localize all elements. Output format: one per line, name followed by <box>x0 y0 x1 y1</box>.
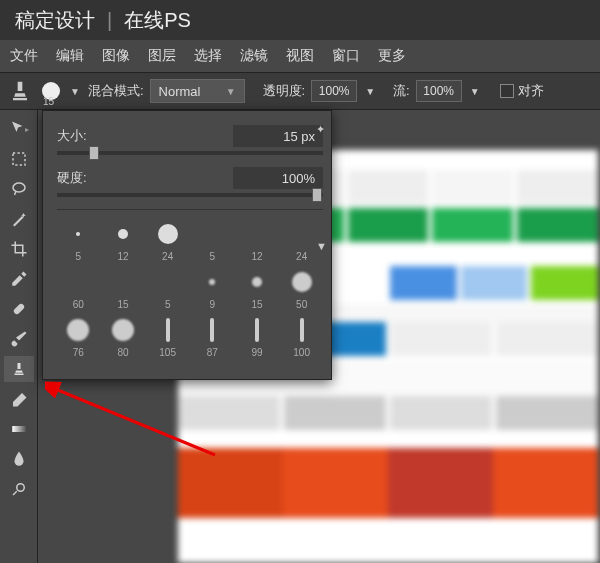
title-bar: 稿定设计 | 在线PS <box>0 0 600 40</box>
brush-preset-item[interactable]: 60 <box>57 264 100 310</box>
menu-select[interactable]: 选择 <box>194 47 222 65</box>
brush-preset-item[interactable]: 87 <box>191 312 234 358</box>
brush-preset-item[interactable]: 105 <box>146 312 189 358</box>
menu-file[interactable]: 文件 <box>10 47 38 65</box>
brush-size-slider[interactable] <box>57 151 323 155</box>
blend-mode-dropdown[interactable]: Normal ▼ <box>150 79 245 103</box>
toolbox: ▸ <box>0 110 38 563</box>
align-checkbox[interactable] <box>500 84 514 98</box>
brush-preset-item[interactable]: 15 <box>102 264 145 310</box>
brush-tool-icon[interactable] <box>4 326 34 352</box>
title-separator: | <box>107 9 112 32</box>
eraser-tool-icon[interactable] <box>4 386 34 412</box>
menu-image[interactable]: 图像 <box>102 47 130 65</box>
menu-layer[interactable]: 图层 <box>148 47 176 65</box>
svg-point-1 <box>13 183 25 192</box>
brush-preset-item[interactable]: 12 <box>102 216 145 262</box>
brush-size-label: 大小: <box>57 127 233 145</box>
options-bar: 15 ▼ 混合模式: Normal ▼ 透明度: 100% ▼ 流: 100% … <box>0 72 600 110</box>
healing-tool-icon[interactable] <box>4 296 34 322</box>
brush-hardness-input[interactable]: 100% <box>233 167 323 189</box>
svg-rect-0 <box>13 153 25 165</box>
brush-preset-item[interactable]: 12 <box>236 216 279 262</box>
menu-edit[interactable]: 编辑 <box>56 47 84 65</box>
gradient-tool-icon[interactable] <box>4 416 34 442</box>
brush-preset-item[interactable]: 100 <box>280 312 323 358</box>
dropdown-triangle-icon[interactable]: ▼ <box>470 86 480 97</box>
align-label: 对齐 <box>518 82 544 100</box>
blur-tool-icon[interactable] <box>4 446 34 472</box>
flow-input[interactable]: 100% <box>416 80 462 102</box>
opacity-input[interactable]: 100% <box>311 80 357 102</box>
move-tool-icon[interactable]: ▸ <box>4 116 34 142</box>
blend-mode-value: Normal <box>159 84 201 99</box>
dodge-tool-icon[interactable] <box>4 476 34 502</box>
menu-more[interactable]: 更多 <box>378 47 406 65</box>
menu-window[interactable]: 窗口 <box>332 47 360 65</box>
lasso-tool-icon[interactable] <box>4 176 34 202</box>
dropdown-triangle-icon: ▼ <box>70 86 80 97</box>
product-name: 在线PS <box>124 7 191 34</box>
crop-tool-icon[interactable] <box>4 236 34 262</box>
brush-preset-item[interactable]: 50 <box>280 264 323 310</box>
brush-hardness-slider[interactable] <box>57 193 323 197</box>
eyedropper-tool-icon[interactable] <box>4 266 34 292</box>
dropdown-triangle-icon[interactable]: ▼ <box>365 86 375 97</box>
wand-tool-icon[interactable] <box>4 206 34 232</box>
menu-filter[interactable]: 滤镜 <box>240 47 268 65</box>
brush-preset-panel: ✦ ▼ 大小: 15 px 硬度: 100% 51224512246015591… <box>42 110 332 380</box>
brush-preset-item[interactable]: 15 <box>236 264 279 310</box>
opacity-label: 透明度: <box>263 82 306 100</box>
panel-settings-icon[interactable]: ✦ <box>316 123 327 136</box>
brush-preset-item[interactable]: 9 <box>191 264 234 310</box>
blend-mode-label: 混合模式: <box>88 82 144 100</box>
current-tool-stamp-icon[interactable] <box>6 77 34 105</box>
dropdown-triangle-icon: ▼ <box>226 86 236 97</box>
brush-preset-item[interactable]: 99 <box>236 312 279 358</box>
svg-rect-3 <box>12 426 26 432</box>
stamp-tool-icon[interactable] <box>4 356 34 382</box>
brush-preset-item[interactable]: 76 <box>57 312 100 358</box>
brush-preset-grid: 5122451224601559155076801058799100 <box>57 209 323 358</box>
panel-collapse-icon[interactable]: ▼ <box>316 240 327 252</box>
svg-point-4 <box>16 484 24 492</box>
brush-preset-item[interactable]: 5 <box>146 264 189 310</box>
svg-rect-2 <box>12 303 25 316</box>
brush-preset-item[interactable]: 5 <box>57 216 100 262</box>
brush-size-indicator: 15 <box>43 96 54 107</box>
brand-name: 稿定设计 <box>15 7 95 34</box>
brush-preset-item[interactable]: 80 <box>102 312 145 358</box>
flow-label: 流: <box>393 82 410 100</box>
brush-size-input[interactable]: 15 px <box>233 125 323 147</box>
menu-bar: 文件 编辑 图像 图层 选择 滤镜 视图 窗口 更多 <box>0 40 600 72</box>
brush-hardness-label: 硬度: <box>57 169 233 187</box>
brush-preset-item[interactable]: 24 <box>146 216 189 262</box>
menu-view[interactable]: 视图 <box>286 47 314 65</box>
brush-preset-item[interactable]: 5 <box>191 216 234 262</box>
brush-preset-selector[interactable]: 15 ▼ <box>40 77 82 105</box>
marquee-tool-icon[interactable] <box>4 146 34 172</box>
